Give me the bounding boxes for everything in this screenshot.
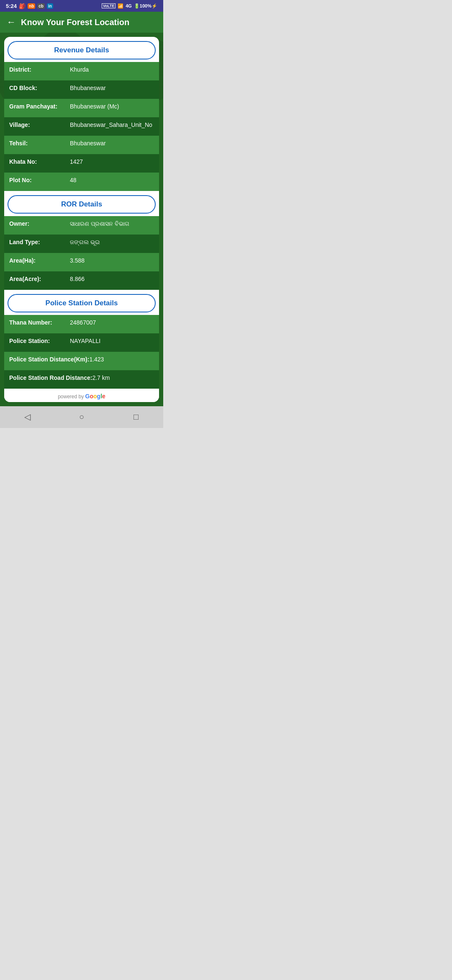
tehsil-value: Bhubaneswar — [70, 140, 154, 147]
table-row: Area(Acre): 8.866 — [4, 271, 159, 290]
table-row: District: Khurda — [4, 62, 159, 80]
police-station-distance-value: 1.423 — [89, 356, 154, 363]
powered-by-prefix: powered by — [58, 394, 85, 400]
district-label: District: — [9, 66, 70, 73]
gram-panchayat-label: Gram Panchayat: — [9, 103, 70, 110]
gram-panchayat-value: Bhubaneswar (Mc) — [70, 103, 154, 110]
google-letter-o1: o — [90, 393, 93, 400]
thana-number-label: Thana Number: — [9, 319, 70, 326]
police-station-road-distance-label: Police Station Road Distance: — [9, 374, 92, 381]
area-acre-label: Area(Acre): — [9, 276, 70, 282]
table-row: Owner: ସାଧାରଣ ପ୍ରଶାସନ ବିଭାଗ — [4, 216, 159, 235]
status-left: 5:24 🎒 nb cb in — [6, 3, 53, 9]
district-value: Khurda — [70, 66, 154, 73]
area-ha-value: 3.588 — [70, 257, 154, 264]
table-row: Area(Ha): 3.588 — [4, 253, 159, 271]
table-row: Village: Bhubaneswar_Sahara_Unit_No — [4, 117, 159, 136]
time: 5:24 — [6, 3, 17, 9]
village-label: Village: — [9, 121, 70, 128]
back-button[interactable]: ← — [7, 17, 16, 28]
police-station-details-header: Police Station Details — [8, 294, 156, 312]
google-letter-g: G — [85, 393, 90, 400]
police-station-distance-label: Police Station Distance(Km): — [9, 356, 89, 363]
police-station-label: Police Station: — [9, 338, 70, 344]
land-type-label: Land Type: — [9, 239, 70, 245]
google-brand: Google — [85, 393, 105, 400]
owner-value: ସାଧାରଣ ପ୍ରଶାସନ ବିଭାଗ — [70, 220, 154, 227]
powered-by-google: powered by Google — [4, 389, 159, 402]
cb-icon: cb — [37, 3, 45, 9]
page-title: Know Your Forest Location — [21, 18, 129, 27]
police-station-value: NAYAPALLI — [70, 338, 154, 344]
table-row: Khata No: 1427 — [4, 154, 159, 173]
battery-icon: 🔋100%⚡ — [134, 3, 157, 9]
table-row: Police Station: NAYAPALLI — [4, 333, 159, 352]
village-value: Bhubaneswar_Sahara_Unit_No — [70, 121, 154, 128]
table-row: CD Block: Bhubaneswar — [4, 80, 159, 99]
area-ha-label: Area(Ha): — [9, 257, 70, 264]
bottom-navigation: ◁ ○ □ — [0, 406, 163, 428]
nav-home-button[interactable]: ○ — [73, 410, 90, 423]
volte-icon: VoLTE — [102, 3, 116, 8]
owner-label: Owner: — [9, 220, 70, 227]
nb-icon: nb — [28, 3, 35, 9]
ror-details-title: ROR Details — [61, 200, 102, 208]
status-bar: 5:24 🎒 nb cb in VoLTE 📶 4G 🔋100%⚡ — [0, 0, 163, 12]
tehsil-label: Tehsil: — [9, 140, 70, 147]
table-row: Land Type: ଜଙ୍ଗଲ ଭୂଇ — [4, 235, 159, 253]
revenue-details-title: Revenue Details — [54, 46, 109, 54]
app-header: ← Know Your Forest Location — [0, 12, 163, 33]
nav-recent-button[interactable]: □ — [128, 410, 144, 423]
thana-number-value: 24867007 — [70, 319, 154, 326]
bluetooth-icon: 📶 — [118, 3, 123, 9]
google-letter-e: e — [102, 393, 105, 400]
main-content: Revenue Details District: Khurda CD Bloc… — [0, 33, 163, 406]
khata-no-label: Khata No: — [9, 158, 70, 165]
table-row: Police Station Road Distance: 2.7 km — [4, 370, 159, 389]
google-letter-o2: o — [93, 393, 97, 400]
table-row: Police Station Distance(Km): 1.423 — [4, 352, 159, 370]
plot-no-label: Plot No: — [9, 177, 70, 183]
linkedin-icon: in — [47, 3, 53, 9]
khata-no-value: 1427 — [70, 158, 154, 165]
revenue-details-header: Revenue Details — [8, 41, 156, 59]
police-station-road-distance-value: 2.7 km — [92, 374, 154, 381]
bag-icon: 🎒 — [19, 3, 26, 9]
plot-no-value: 48 — [70, 177, 154, 183]
area-acre-value: 8.866 — [70, 276, 154, 282]
table-row: Plot No: 48 — [4, 173, 159, 191]
status-right: VoLTE 📶 4G 🔋100%⚡ — [102, 3, 157, 9]
table-row: Tehsil: Bhubaneswar — [4, 136, 159, 154]
signal-icon: 4G — [126, 3, 132, 8]
cd-block-label: CD Block: — [9, 85, 70, 91]
cd-block-value: Bhubaneswar — [70, 85, 154, 91]
land-type-value: ଜଙ୍ଗଲ ଭୂଇ — [70, 239, 154, 246]
details-card: Revenue Details District: Khurda CD Bloc… — [4, 37, 159, 402]
police-station-details-title: Police Station Details — [46, 299, 118, 307]
ror-details-header: ROR Details — [8, 195, 156, 214]
nav-back-button[interactable]: ◁ — [19, 410, 36, 423]
table-row: Thana Number: 24867007 — [4, 315, 159, 333]
google-letter-g2: g — [97, 393, 101, 400]
table-row: Gram Panchayat: Bhubaneswar (Mc) — [4, 99, 159, 117]
